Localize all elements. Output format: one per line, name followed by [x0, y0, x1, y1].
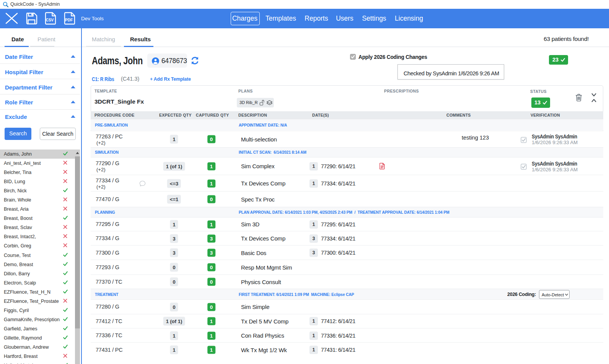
svg-text:PDF: PDF: [65, 18, 73, 22]
svg-text:CSV: CSV: [46, 18, 54, 22]
